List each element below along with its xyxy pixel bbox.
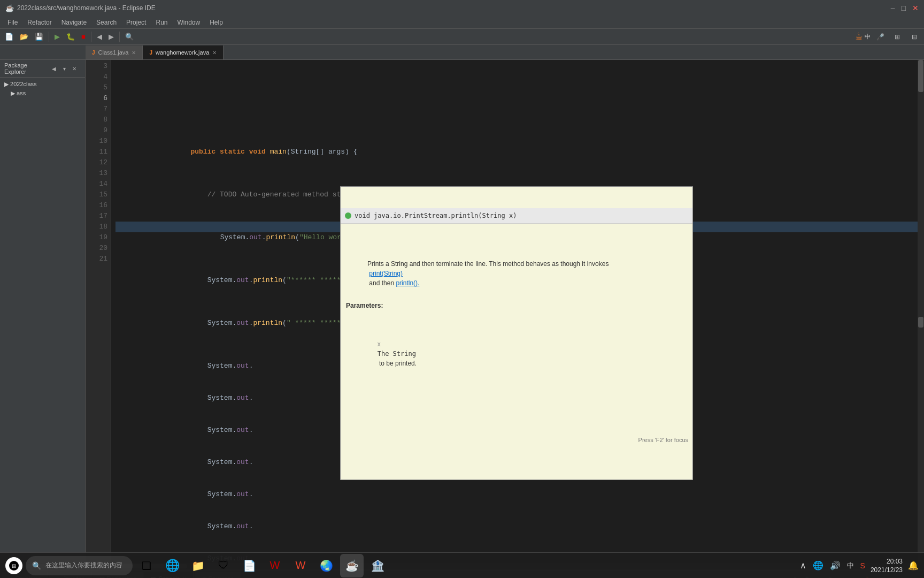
taskbar-start-button[interactable]: ⊞ bbox=[4, 556, 24, 575]
code-content[interactable]: public static void main(String[] args) {… bbox=[111, 60, 924, 563]
tab-wanghomework-label: wanghomework.java bbox=[156, 49, 209, 56]
console-scrollbar[interactable] bbox=[918, 316, 924, 552]
sidebar-collapse-btn[interactable]: ◀ bbox=[50, 64, 58, 73]
menu-navigate[interactable]: Navigate bbox=[57, 18, 91, 27]
sidebar-menu-btn[interactable]: ▾ bbox=[60, 64, 68, 73]
toolbar-new-btn[interactable]: 📄 bbox=[2, 32, 16, 42]
menu-run[interactable]: Run bbox=[151, 18, 172, 27]
maximize-button[interactable]: □ bbox=[902, 4, 906, 12]
toolbar-debug-btn[interactable]: 🐛 bbox=[64, 32, 78, 42]
toolbar-save-btn[interactable]: 💾 bbox=[32, 32, 46, 42]
sidebar-close-btn[interactable]: ✕ bbox=[70, 64, 79, 73]
sidebar-item-label-2022class: 2022class bbox=[10, 81, 37, 87]
menu-window[interactable]: Window bbox=[173, 18, 204, 27]
tab-class1[interactable]: J Class1.java ✕ bbox=[86, 45, 143, 59]
taskbar-up-arrow[interactable]: ∧ bbox=[799, 559, 807, 572]
toolbar-run-btn[interactable]: ▶ bbox=[52, 32, 63, 42]
taskbar-search-box[interactable]: 🔍 在这里输入你要搜索的内容 bbox=[26, 556, 133, 575]
taskbar-browser-btn[interactable]: 🌏 bbox=[314, 554, 338, 577]
menu-search[interactable]: Search bbox=[92, 18, 121, 27]
toolbar: 📄 📂 💾 ▶ 🐛 ■ ◀ ▶ 🔍 ☕ 中 🎤 ⊞ ⊟ bbox=[0, 29, 924, 45]
taskbar-volume-icon[interactable]: 🔊 bbox=[829, 559, 842, 572]
toolbar-apps-btn[interactable]: ⊟ bbox=[907, 31, 922, 43]
taskbar-task-view-btn[interactable]: ❑ bbox=[135, 554, 158, 577]
editor-scrollbar-thumb[interactable] bbox=[918, 60, 923, 92]
explorer-icon: 📁 bbox=[191, 559, 205, 572]
code-container[interactable]: 3 4 5 6 7 8 9 10 11 12 13 14 15 16 17 18… bbox=[86, 60, 924, 563]
svg-text:⊞: ⊞ bbox=[12, 563, 16, 569]
taskbar-wps-btn[interactable]: W bbox=[289, 554, 312, 577]
toolbar-sep-2 bbox=[91, 32, 91, 42]
menu-file[interactable]: File bbox=[3, 18, 22, 27]
line-num-16: 16 bbox=[86, 200, 107, 211]
toolbar-open-btn[interactable]: 📂 bbox=[17, 32, 31, 42]
title-bar-left: ☕ 2022class/src/wanghomework.java - Ecli… bbox=[5, 4, 156, 12]
close-button[interactable]: ✕ bbox=[912, 4, 919, 12]
title-bar-controls[interactable]: – □ ✕ bbox=[891, 4, 919, 12]
tooltip-param-detail: x The String to be printed. bbox=[352, 330, 687, 378]
tab-wanghomework-close[interactable]: ✕ bbox=[212, 50, 217, 56]
taskbar: ⊞ 🔍 在这里输入你要搜索的内容 ❑ 🌐 📁 🛡 📄 W W 🌏 ☕ 🏦 ∧ 🌐 bbox=[0, 552, 924, 578]
line-num-17: 17 bbox=[86, 211, 107, 222]
taskbar-nimbus-btn[interactable]: 🛡 bbox=[212, 554, 235, 577]
toolbar-back-btn[interactable]: ◀ bbox=[94, 32, 105, 42]
sidebar-item-label-ass: ass bbox=[17, 90, 26, 96]
toolbar-search-btn[interactable]: 🔍 bbox=[122, 32, 136, 42]
line-num-9: 9 bbox=[86, 125, 107, 136]
taskbar-right: ∧ 🌐 🔊 中 S 20:03 2021/12/23 🔔 bbox=[799, 557, 920, 574]
line-num-4: 4 bbox=[86, 72, 107, 82]
taskbar-network-icon[interactable]: 🌐 bbox=[812, 559, 825, 572]
toolbar-stop-btn[interactable]: ■ bbox=[79, 32, 88, 42]
taskbar-edge-btn[interactable]: 🌐 bbox=[160, 554, 184, 577]
taskbar-pdf-btn[interactable]: 📄 bbox=[237, 554, 261, 577]
line-num-6: 6 bbox=[86, 93, 107, 104]
taskbar-sougou-icon[interactable]: S bbox=[859, 560, 866, 571]
window-title: 2022class/src/wanghomework.java - Eclips… bbox=[17, 4, 156, 12]
eclipse-taskbar-icon: ☕ bbox=[345, 559, 359, 572]
tab-class1-close[interactable]: ✕ bbox=[132, 50, 136, 56]
toolbar-grid-btn[interactable]: ⊞ bbox=[890, 31, 905, 43]
line-num-3: 3 bbox=[86, 61, 107, 72]
line-num-10: 10 bbox=[86, 136, 107, 147]
taskbar-eclipse-btn[interactable]: ☕ bbox=[340, 554, 364, 577]
taskbar-start-icon: ⊞ bbox=[5, 557, 22, 574]
sidebar-item-ass[interactable]: ▶ ass bbox=[0, 89, 85, 98]
sidebar: Package Explorer ◀ ▾ ✕ ▶ 2022class ▶ ass bbox=[0, 60, 86, 563]
menu-refactor[interactable]: Refactor bbox=[23, 18, 56, 27]
menu-help[interactable]: Help bbox=[205, 18, 227, 27]
toolbar-mic-btn[interactable]: 🎤 bbox=[873, 31, 888, 43]
sidebar-tools: ◀ ▾ ✕ bbox=[48, 62, 81, 75]
taskbar-search-placeholder: 在这里输入你要搜索的内容 bbox=[45, 561, 122, 570]
task-view-icon: ❑ bbox=[142, 559, 151, 572]
console-scrollbar-thumb[interactable] bbox=[918, 317, 923, 328]
tooltip-link-println[interactable]: println(). bbox=[396, 279, 419, 287]
taskbar-input-cn[interactable]: 中 bbox=[846, 560, 855, 572]
edge-icon: 🌐 bbox=[165, 559, 180, 573]
toolbar-sep-3 bbox=[119, 32, 120, 42]
line-num-19: 19 bbox=[86, 232, 107, 243]
line-num-20: 20 bbox=[86, 243, 107, 254]
taskbar-clock[interactable]: 20:03 2021/12/23 bbox=[871, 557, 903, 574]
line-num-21: 21 bbox=[86, 254, 107, 264]
taskbar-word-btn[interactable]: W bbox=[263, 554, 287, 577]
line-num-14: 14 bbox=[86, 179, 107, 189]
minimize-button[interactable]: – bbox=[891, 4, 895, 12]
tooltip-header: void java.io.PrintStream.println(String … bbox=[341, 208, 692, 224]
code-line-3 bbox=[116, 93, 924, 104]
sidebar-item-2022class[interactable]: ▶ 2022class bbox=[0, 80, 85, 89]
taskbar-time: 20:03 bbox=[871, 557, 903, 566]
tooltip-link-print[interactable]: print(String) bbox=[369, 270, 403, 277]
tab-wanghomework[interactable]: J wanghomework.java ✕ bbox=[143, 45, 224, 59]
menu-project[interactable]: Project bbox=[122, 18, 150, 27]
app-icon: ☕ bbox=[5, 4, 14, 12]
taskbar-notification-icon[interactable]: 🔔 bbox=[907, 559, 920, 572]
taskbar-bank-btn[interactable]: 🏦 bbox=[366, 554, 389, 577]
editor-area: 3 4 5 6 7 8 9 10 11 12 13 14 15 16 17 18… bbox=[86, 60, 924, 563]
title-bar: ☕ 2022class/src/wanghomework.java - Ecli… bbox=[0, 0, 924, 16]
taskbar-explorer-btn[interactable]: 📁 bbox=[186, 554, 210, 577]
line-num-11: 11 bbox=[86, 147, 107, 157]
lang-cn: 中 bbox=[865, 33, 871, 41]
nimbus-icon: 🛡 bbox=[218, 559, 229, 572]
toolbar-forward-btn[interactable]: ▶ bbox=[106, 32, 117, 42]
line-num-5: 5 bbox=[86, 82, 107, 93]
